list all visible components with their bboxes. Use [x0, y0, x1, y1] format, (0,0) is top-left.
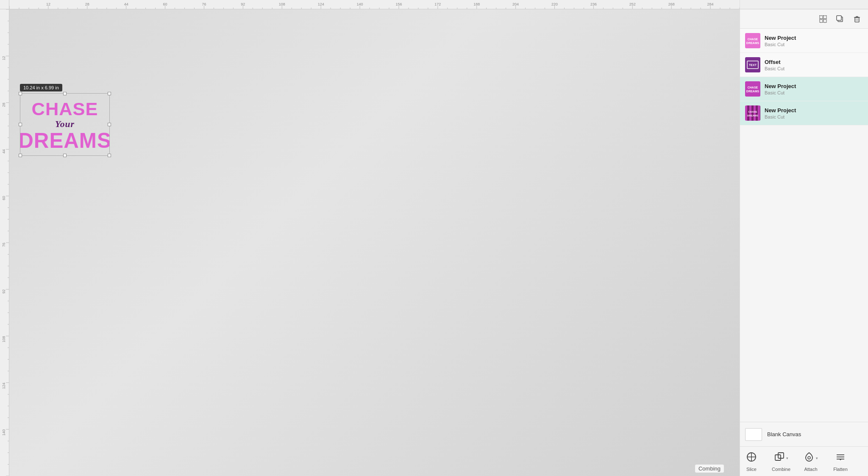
combine-dropdown-arrow[interactable]: ▾: [786, 456, 788, 460]
svg-point-25: [808, 457, 810, 459]
flatten-icon: [835, 451, 846, 465]
attach-tool[interactable]: ▾ Attach: [796, 448, 826, 475]
combine-tool[interactable]: ▾ Combine: [766, 448, 796, 475]
svg-text:DREAMS: DREAMS: [747, 114, 758, 117]
slice-label: Slice: [746, 467, 757, 472]
layers-list: CHASE DREAMS New Project Basic Cut: [740, 29, 868, 422]
slice-tool[interactable]: Slice: [737, 448, 766, 475]
layer-info: New Project Basic Cut: [765, 107, 796, 119]
panel-ruler-spacer: [740, 0, 868, 9]
layer-item-selected-2[interactable]: CHASE DREAMS New Project Basic Cut: [740, 101, 868, 125]
layer-thumbnail: CHASE DREAMS: [745, 81, 760, 97]
attach-dropdown-arrow[interactable]: ▾: [816, 456, 818, 460]
bottom-toolbar: Slice ▾ Combine: [740, 446, 868, 476]
layer-type: Basic Cut: [765, 114, 796, 119]
svg-rect-9: [855, 18, 859, 22]
layer-thumbnail: CHASE DREAMS: [745, 105, 760, 121]
ruler-corner: [0, 0, 9, 9]
svg-rect-6: [823, 19, 826, 22]
layer-type: Basic Cut: [765, 66, 785, 71]
svg-rect-5: [820, 19, 823, 22]
combine-label: Combine: [772, 467, 790, 472]
svg-text:DREAMS: DREAMS: [746, 42, 759, 44]
duplicate-icon[interactable]: [836, 15, 844, 23]
layer-name: Offset: [765, 59, 785, 65]
select-all-icon[interactable]: [819, 15, 827, 23]
svg-text:DREAMS: DREAMS: [746, 90, 759, 93]
layer-info: New Project Basic Cut: [765, 83, 796, 95]
artwork-frame[interactable]: CHASE Your DREAMS: [20, 93, 110, 156]
ruler-vertical: [0, 9, 9, 476]
layer-type: Basic Cut: [765, 90, 796, 95]
right-panel: CHASE DREAMS New Project Basic Cut: [740, 9, 868, 476]
svg-rect-4: [823, 16, 826, 19]
flatten-label: Flatten: [833, 467, 848, 472]
attach-label: Attach: [804, 467, 817, 472]
layer-name: New Project: [765, 83, 796, 89]
layer-thumbnail: CHASE DREAMS: [745, 33, 760, 48]
svg-text:DREAMS: DREAMS: [20, 129, 109, 152]
blank-canvas-bar[interactable]: Blank Canvas: [740, 422, 868, 446]
chase-your-dreams-artwork: CHASE Your DREAMS: [20, 94, 109, 155]
layer-name: New Project: [765, 107, 796, 113]
combine-icon: [774, 451, 785, 465]
layer-item[interactable]: CHASE DREAMS New Project Basic Cut: [740, 29, 868, 53]
svg-rect-8: [837, 16, 841, 20]
slice-icon: [746, 451, 757, 465]
layer-type: Basic Cut: [765, 42, 796, 47]
svg-text:TEXT: TEXT: [749, 64, 757, 66]
design-canvas[interactable]: 10.24 in x 6.99 in CHASE: [9, 9, 740, 476]
svg-rect-3: [820, 16, 823, 19]
attach-icon: [804, 451, 815, 465]
svg-text:CHASE: CHASE: [748, 38, 758, 41]
layer-info: New Project Basic Cut: [765, 35, 796, 47]
svg-text:Your: Your: [55, 119, 75, 129]
panel-toolbar: [740, 9, 868, 29]
artwork-container[interactable]: 10.24 in x 6.99 in CHASE: [20, 83, 110, 156]
layer-thumbnail: TEXT: [745, 57, 760, 72]
ruler-horizontal: [9, 0, 740, 9]
flatten-tool[interactable]: Flatten: [826, 448, 855, 475]
delete-icon[interactable]: [853, 15, 861, 23]
svg-text:CHASE: CHASE: [32, 99, 98, 119]
svg-text:CHASE: CHASE: [748, 86, 758, 89]
layer-item-selected[interactable]: CHASE DREAMS New Project Basic Cut: [740, 77, 868, 101]
layer-info: Offset Basic Cut: [765, 59, 785, 71]
layer-item[interactable]: TEXT Offset Basic Cut: [740, 53, 868, 77]
size-tooltip: 10.24 in x 6.99 in: [20, 84, 62, 91]
layer-name: New Project: [765, 35, 796, 41]
combing-label: Combing: [695, 465, 724, 473]
svg-text:CHASE: CHASE: [748, 111, 757, 113]
blank-canvas-preview: [745, 428, 762, 441]
blank-canvas-label: Blank Canvas: [767, 431, 801, 437]
